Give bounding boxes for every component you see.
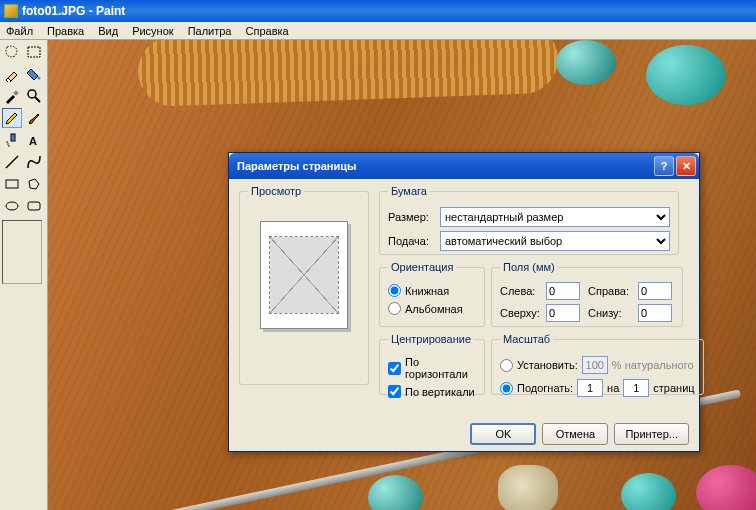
help-icon: ?: [661, 160, 668, 172]
page-setup-dialog: Параметры страницы ? ✕ Просмотр Бумага Р…: [228, 152, 700, 452]
menu-view[interactable]: Вид: [98, 25, 118, 37]
app-title: foto01.JPG - Paint: [22, 4, 125, 18]
menu-image[interactable]: Рисунок: [132, 25, 174, 37]
workspace: A Параметры страницы ? ✕: [0, 40, 756, 510]
margin-top-label: Сверху:: [500, 307, 540, 319]
tool-polygon[interactable]: [24, 174, 44, 194]
tool-box: A: [0, 40, 48, 510]
scale-fit-label: Подогнать:: [517, 382, 573, 394]
tool-ellipse[interactable]: [2, 196, 22, 216]
orientation-portrait[interactable]: Книжная: [388, 284, 476, 297]
tool-rounded-rect[interactable]: [24, 196, 44, 216]
orientation-landscape[interactable]: Альбомная: [388, 302, 476, 315]
orientation-legend: Ориентация: [388, 261, 456, 273]
svg-point-17: [6, 202, 18, 210]
center-vertical[interactable]: По вертикали: [388, 385, 476, 398]
tool-airbrush[interactable]: [2, 130, 22, 150]
margin-bottom-label: Снизу:: [588, 307, 632, 319]
margins-group: Поля (мм) Слева: Справа: Сверху: Снизу:: [491, 261, 683, 327]
paper-size-select[interactable]: нестандартный размер: [440, 207, 670, 227]
tool-free-select[interactable]: [2, 42, 22, 62]
menu-help[interactable]: Справка: [246, 25, 289, 37]
tool-options-pane: [2, 220, 42, 284]
page-preview-icon: [260, 221, 348, 329]
scale-fit-radio[interactable]: [500, 382, 513, 395]
app-titlebar: foto01.JPG - Paint: [0, 0, 756, 22]
svg-marker-16: [29, 179, 39, 189]
canvas-area[interactable]: Параметры страницы ? ✕ Просмотр Бумага Р…: [48, 40, 756, 510]
menu-bar: Файл Правка Вид Рисунок Палитра Справка: [0, 22, 756, 40]
close-icon: ✕: [682, 160, 691, 173]
margin-left-label: Слева:: [500, 285, 540, 297]
svg-point-11: [6, 141, 8, 143]
svg-rect-9: [11, 134, 15, 141]
preview-legend: Просмотр: [248, 185, 304, 197]
paper-source-select[interactable]: автоматический выбор: [440, 231, 670, 251]
svg-point-10: [7, 143, 9, 145]
margins-legend: Поля (мм): [500, 261, 558, 273]
paper-source-label: Подача:: [388, 235, 434, 247]
scale-fit-w-input[interactable]: [577, 379, 603, 397]
svg-rect-15: [6, 180, 18, 188]
svg-text:A: A: [29, 135, 37, 147]
margin-right-label: Справа:: [588, 285, 632, 297]
scale-fit-suffix: страниц: [653, 382, 694, 394]
svg-marker-3: [27, 69, 38, 80]
scale-set-radio[interactable]: [500, 359, 513, 372]
svg-point-6: [28, 90, 36, 98]
svg-marker-8: [6, 113, 17, 124]
scale-set-input: [582, 356, 608, 374]
scale-group: Масштаб Установить: % натурального Подог…: [491, 333, 704, 395]
margin-top-input[interactable]: [546, 304, 580, 322]
paper-group: Бумага Размер: нестандартный размер Пода…: [379, 185, 679, 255]
paper-legend: Бумага: [388, 185, 430, 197]
tool-brush[interactable]: [24, 108, 44, 128]
tool-picker[interactable]: [2, 86, 22, 106]
margin-bottom-input[interactable]: [638, 304, 672, 322]
menu-colors[interactable]: Палитра: [188, 25, 232, 37]
scale-set-label: Установить:: [517, 359, 578, 371]
tool-eraser[interactable]: [2, 64, 22, 84]
landscape-radio[interactable]: [388, 302, 401, 315]
centering-legend: Центрирование: [388, 333, 474, 345]
menu-file[interactable]: Файл: [6, 25, 33, 37]
paper-size-label: Размер:: [388, 211, 434, 223]
scale-set-suffix: % натурального: [612, 359, 694, 371]
center-horizontal[interactable]: По горизонтали: [388, 356, 476, 380]
centering-group: Центрирование По горизонтали По вертикал…: [379, 333, 485, 395]
svg-line-7: [35, 97, 40, 102]
tool-magnifier[interactable]: [24, 86, 44, 106]
svg-rect-0: [28, 47, 40, 57]
tool-text[interactable]: A: [24, 130, 44, 150]
cancel-button[interactable]: Отмена: [542, 423, 608, 445]
tool-rect-select[interactable]: [24, 42, 44, 62]
margin-right-input[interactable]: [638, 282, 672, 300]
tool-pencil[interactable]: [2, 108, 22, 128]
menu-edit[interactable]: Правка: [47, 25, 84, 37]
margin-left-input[interactable]: [546, 282, 580, 300]
svg-rect-18: [28, 202, 40, 210]
paint-app-icon: [4, 4, 18, 18]
svg-point-12: [8, 145, 10, 147]
tool-curve[interactable]: [24, 152, 44, 172]
svg-rect-5: [13, 90, 19, 96]
svg-line-14: [6, 156, 18, 168]
scale-legend: Масштаб: [500, 333, 553, 345]
tool-line[interactable]: [2, 152, 22, 172]
dialog-title: Параметры страницы: [237, 160, 356, 172]
ok-button[interactable]: OK: [470, 423, 536, 445]
dialog-close-button[interactable]: ✕: [676, 156, 696, 176]
printer-button[interactable]: Принтер...: [614, 423, 689, 445]
dialog-titlebar[interactable]: Параметры страницы ? ✕: [229, 153, 699, 179]
orientation-group: Ориентация Книжная Альбомная: [379, 261, 485, 327]
center-v-checkbox[interactable]: [388, 385, 401, 398]
center-h-checkbox[interactable]: [388, 362, 401, 375]
svg-point-4: [38, 77, 41, 80]
tool-rectangle[interactable]: [2, 174, 22, 194]
dialog-help-button[interactable]: ?: [654, 156, 674, 176]
scale-fit-h-input[interactable]: [623, 379, 649, 397]
portrait-radio[interactable]: [388, 284, 401, 297]
preview-group: Просмотр: [239, 185, 369, 385]
tool-fill[interactable]: [24, 64, 44, 84]
scale-fit-by: на: [607, 382, 619, 394]
